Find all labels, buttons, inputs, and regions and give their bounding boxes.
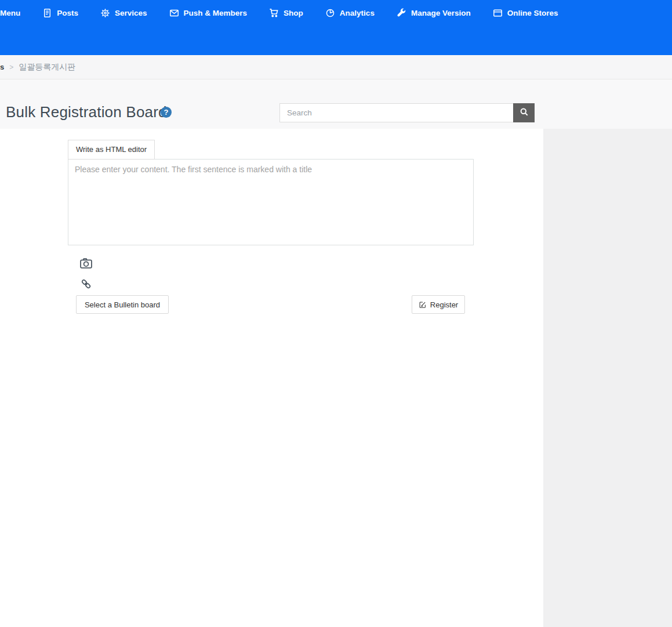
nav-item-analytics[interactable]: Analytics [325,6,375,19]
gear-icon [100,8,110,18]
nav-item-label: Manage Version [411,9,471,17]
camera-icon [79,263,93,272]
nav-item-online-stores[interactable]: Online Stores [493,6,558,19]
pencil-square-icon [419,300,427,309]
tab-html-editor[interactable]: Write as HTML editor [68,140,155,160]
select-board-button[interactable]: Select a Bulletin board [76,295,169,314]
nav-item-menu[interactable]: Menu [0,6,20,19]
search-button[interactable] [513,103,535,122]
link-insert-button[interactable] [80,278,92,290]
help-icon[interactable]: ? [161,107,172,118]
content-textarea[interactable] [68,159,474,245]
breadcrumb-separator: > [9,63,13,71]
cart-icon [269,8,279,18]
nav-item-push-members[interactable]: Push & Members [169,6,248,19]
breadcrumb: s > 일괄등록게시판 [0,55,672,79]
mail-icon [169,8,179,18]
search-icon [520,107,529,118]
nav-item-posts[interactable]: Posts [42,6,78,19]
register-label: Register [430,300,458,309]
page-title: Bulk Registration Board [6,103,167,121]
page: Menu Posts Services Push & Members Shop … [0,0,672,627]
wrench-icon [397,8,406,18]
nav-item-label: Services [115,9,147,17]
browser-window-icon [493,8,503,18]
search-input[interactable] [279,103,513,122]
top-nav: Menu Posts Services Push & Members Shop … [0,0,672,55]
select-board-label: Select a Bulletin board [85,300,160,309]
pie-chart-icon [325,8,335,18]
breadcrumb-current: 일괄등록게시판 [19,62,75,73]
nav-item-label: Analytics [340,9,375,17]
nav-item-label: Menu [0,9,20,17]
nav-item-label: Posts [57,9,78,17]
link-icon [80,283,92,292]
nav-item-label: Push & Members [184,9,248,17]
nav-item-shop[interactable]: Shop [269,6,303,19]
nav-item-label: Online Stores [507,9,558,17]
right-gutter [543,129,672,627]
nav-item-manage-version[interactable]: Manage Version [397,6,471,19]
camera-upload-button[interactable] [79,256,93,270]
breadcrumb-root[interactable]: s [0,63,4,71]
document-icon [42,8,52,18]
nav-item-label: Shop [284,9,303,17]
register-button[interactable]: Register [412,295,465,314]
nav-item-services[interactable]: Services [100,6,147,19]
